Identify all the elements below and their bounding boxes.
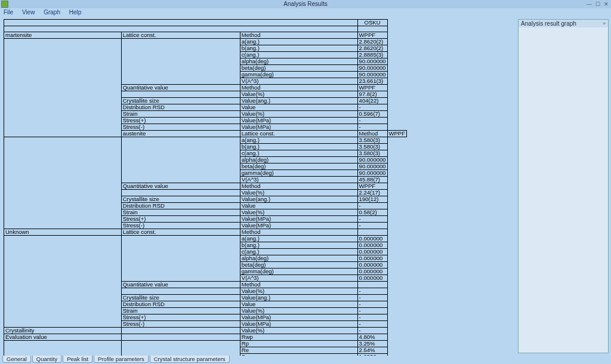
tab-general[interactable]: General	[2, 356, 31, 363]
tab-peaklist[interactable]: Peak list	[63, 356, 92, 363]
sample-name: OSKU	[357, 20, 387, 26]
menu-view[interactable]: View	[22, 9, 35, 16]
side-panel: Analysis result graph »	[518, 19, 609, 353]
phase-label: martensite	[4, 32, 122, 39]
side-panel-title: Analysis result graph	[521, 20, 576, 27]
val: WPPF	[357, 32, 387, 39]
pin-icon[interactable]: »	[603, 20, 606, 26]
menu-help[interactable]: Help	[69, 9, 82, 16]
header-row: OSKU	[4, 20, 407, 26]
window-title: Analysis Results	[283, 1, 327, 7]
menu-bar: File View Graph Help	[0, 8, 611, 17]
spacer	[4, 26, 407, 32]
menu-graph[interactable]: Graph	[44, 9, 60, 16]
minimize-icon[interactable]: —	[587, 0, 592, 8]
tab-quantity[interactable]: Quantity	[32, 356, 61, 363]
footer-tabs: General Quantity Peak list Profile param…	[2, 356, 230, 363]
tab-profile[interactable]: Profile parameters	[94, 356, 149, 363]
title-bar: Analysis Results — ☐ ✕	[0, 0, 611, 8]
param-method: Method	[240, 32, 357, 39]
results-table: OSKU martensiteLattice const.MethodWPPF …	[4, 19, 407, 356]
app-icon	[1, 1, 8, 8]
maximize-icon[interactable]: ☐	[595, 0, 600, 8]
cat-lattice: Lattice const.	[121, 32, 240, 39]
menu-file[interactable]: File	[4, 9, 13, 16]
tab-crystal[interactable]: Crystal structure parameters	[150, 356, 230, 363]
close-icon[interactable]: ✕	[604, 0, 609, 8]
results-table-area: OSKU martensiteLattice const.MethodWPPF …	[0, 17, 517, 356]
